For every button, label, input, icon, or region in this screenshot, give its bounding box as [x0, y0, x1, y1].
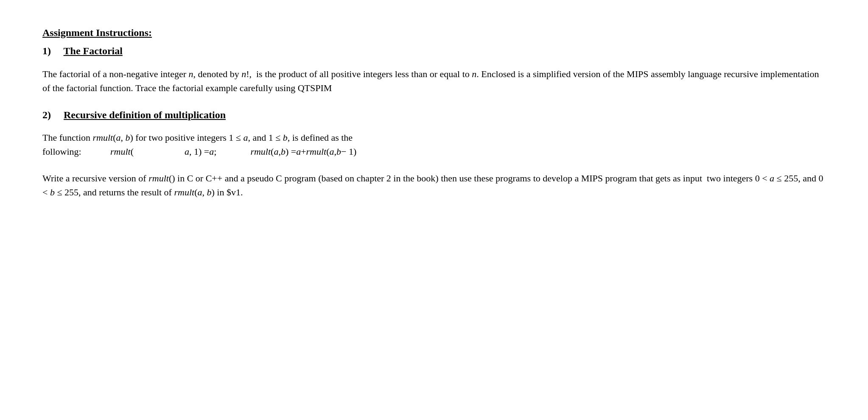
- var-b: b: [126, 132, 130, 143]
- formula2-a2: a: [330, 145, 334, 159]
- var-a: a: [116, 132, 121, 143]
- var-a-last2: a: [197, 187, 202, 197]
- rmult-last: rmult: [174, 187, 194, 197]
- formula2-result-a: a: [296, 145, 301, 159]
- section1-heading: 1) The Factorial: [42, 44, 826, 58]
- formula2-minus1: − 1): [341, 145, 356, 159]
- section2-para1-args: (: [113, 132, 116, 143]
- following-label: following:: [42, 145, 110, 159]
- formula1-result: a: [209, 145, 214, 159]
- section2-number: 2): [42, 109, 51, 120]
- section1-number: 1): [42, 45, 51, 56]
- formula2-a: a: [274, 145, 278, 159]
- var-a2: a: [243, 132, 248, 143]
- formula1-semi: ;: [214, 145, 216, 159]
- comma1: ,: [121, 132, 126, 143]
- formula2-args2: (: [326, 145, 329, 159]
- formula1: rmult(: [110, 145, 134, 159]
- var-a-last: a: [770, 173, 774, 184]
- section2-para1-start: The function: [42, 132, 93, 143]
- rmult-inline: rmult: [148, 173, 169, 184]
- formula2-rmult: rmult: [306, 145, 327, 159]
- formula2-b2: b: [336, 145, 341, 159]
- formula2: rmult(: [250, 145, 274, 159]
- var-b-last2: b: [207, 187, 211, 197]
- formula2-plus: +: [301, 145, 306, 159]
- formula1-mid: , 1) =: [189, 145, 209, 159]
- formula1-a: a: [185, 145, 189, 159]
- section1-paragraph: The factorial of a non-negative integer …: [42, 67, 826, 95]
- section2-para1-mid: ) for two positive integers 1 ≤: [130, 132, 244, 143]
- section2-and: , and 1 ≤: [248, 132, 283, 143]
- assignment-instructions-heading: Assignment Instructions:: [42, 25, 826, 40]
- section1-title: The Factorial: [64, 45, 123, 56]
- var-b-last: b: [50, 187, 55, 197]
- rmult-func-1: rmult: [93, 132, 113, 143]
- formula2-eq: ) =: [286, 145, 296, 159]
- section2-defined: , is defined as the: [288, 132, 353, 143]
- var-n-italic: n: [241, 69, 246, 79]
- var-n2: n: [472, 69, 476, 79]
- section2-last-paragraph: Write a recursive version of rmult() in …: [42, 171, 826, 199]
- section2-formula-block: The function rmult(a, b) for two positiv…: [42, 131, 826, 159]
- section2-title: Recursive definition of multiplication: [64, 109, 226, 120]
- var-n: n: [189, 69, 193, 79]
- section2-heading: 2) Recursive definition of multiplicatio…: [42, 108, 826, 122]
- var-b2: b: [283, 132, 288, 143]
- formula2-b: b: [281, 145, 286, 159]
